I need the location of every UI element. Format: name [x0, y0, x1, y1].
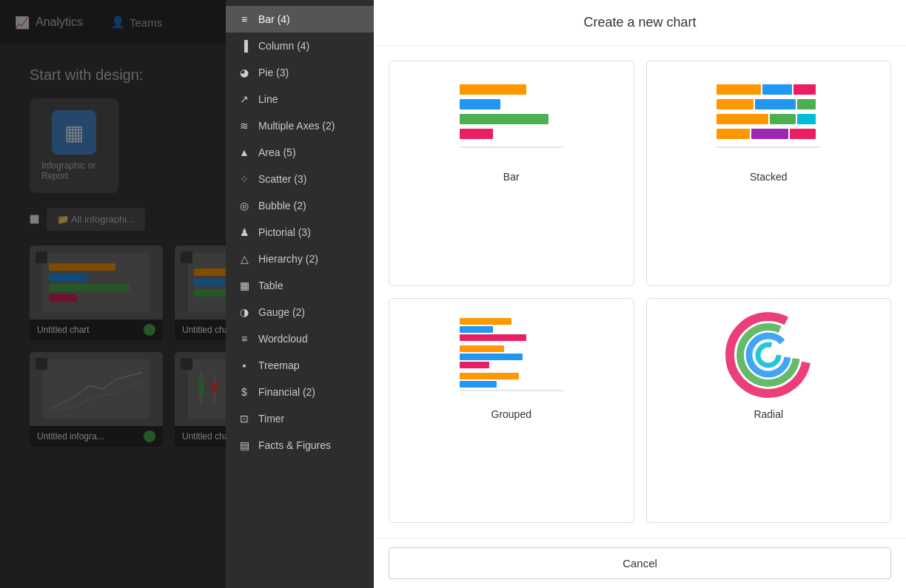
- sidebar-item-column[interactable]: ▐ Column (4): [226, 33, 374, 59]
- svg-rect-35: [717, 129, 750, 139]
- sidebar-label-gauge: Gauge (2): [258, 306, 305, 318]
- sidebar-item-line[interactable]: ↗ Line: [226, 86, 374, 112]
- svg-rect-41: [460, 334, 526, 341]
- svg-rect-32: [717, 114, 768, 124]
- chart-options-grid: Bar: [374, 46, 906, 538]
- pictorial-icon: ♟: [238, 226, 251, 238]
- sidebar-label-timer: Timer: [258, 413, 284, 425]
- sidebar-item-bar[interactable]: ≡ Bar (4): [226, 6, 374, 33]
- timer-icon: ⊡: [238, 413, 251, 425]
- hierarchy-icon: △: [238, 253, 251, 265]
- sidebar-item-pictorial[interactable]: ♟ Pictorial (3): [226, 219, 374, 246]
- sidebar-label-scatter: Scatter (3): [258, 173, 306, 185]
- modal-main: Create a new chart Bar: [374, 0, 906, 588]
- svg-rect-44: [460, 362, 489, 368]
- modal-footer: Cancel: [374, 538, 906, 588]
- modal-sidebar: ≡ Bar (4) ▐ Column (4) ◕ Pie (3) ↗ Line …: [226, 0, 374, 588]
- svg-rect-34: [797, 114, 816, 124]
- svg-point-52: [763, 350, 774, 360]
- bubble-icon: ◎: [238, 200, 251, 212]
- svg-rect-39: [460, 318, 511, 325]
- chart-option-grouped[interactable]: Grouped: [389, 298, 634, 524]
- column-icon: ▐: [238, 40, 251, 52]
- svg-rect-45: [460, 373, 519, 379]
- grouped-option-label: Grouped: [491, 408, 531, 420]
- sidebar-item-treemap[interactable]: ▪ Treemap: [226, 352, 374, 379]
- svg-rect-30: [755, 99, 796, 109]
- svg-rect-28: [793, 84, 816, 95]
- sidebar-label-pie: Pie (3): [258, 67, 289, 78]
- svg-rect-33: [770, 114, 796, 124]
- sidebar-item-bubble[interactable]: ◎ Bubble (2): [226, 192, 374, 219]
- sidebar-item-facts[interactable]: ▤ Facts & Figures: [226, 432, 374, 459]
- svg-rect-24: [460, 129, 493, 139]
- chart-option-stacked[interactable]: Stacked: [646, 61, 892, 286]
- svg-rect-37: [790, 129, 816, 139]
- svg-rect-29: [717, 99, 754, 109]
- modal-overlay: ≡ Bar (4) ▐ Column (4) ◕ Pie (3) ↗ Line …: [0, 0, 906, 588]
- bar-chart-preview: [452, 73, 571, 162]
- multiple-axes-icon: ≋: [238, 120, 251, 132]
- sidebar-label-facts: Facts & Figures: [258, 439, 331, 451]
- radial-option-label: Radial: [754, 408, 783, 420]
- bar-icon: ≡: [238, 13, 251, 25]
- wordcloud-icon: ≡: [238, 333, 251, 345]
- sidebar-label-table: Table: [258, 280, 283, 291]
- svg-rect-22: [460, 99, 500, 109]
- sidebar-item-gauge[interactable]: ◑ Gauge (2): [226, 299, 374, 325]
- svg-rect-26: [717, 84, 761, 95]
- svg-rect-31: [797, 99, 816, 109]
- sidebar-item-pie[interactable]: ◕ Pie (3): [226, 59, 374, 86]
- sidebar-label-wordcloud: Wordcloud: [258, 333, 308, 345]
- stacked-chart-preview: [709, 73, 828, 162]
- financial-icon: $: [238, 386, 251, 398]
- grouped-chart-preview: [452, 311, 571, 399]
- sidebar-item-area[interactable]: ▲ Area (5): [226, 139, 374, 166]
- svg-rect-27: [762, 84, 792, 95]
- svg-rect-42: [460, 345, 504, 352]
- sidebar-label-hierarchy: Hierarchy (2): [258, 253, 318, 265]
- sidebar-label-area: Area (5): [258, 146, 296, 158]
- svg-rect-21: [460, 84, 526, 95]
- sidebar-label-bar: Bar (4): [258, 13, 290, 25]
- sidebar-item-wordcloud[interactable]: ≡ Wordcloud: [226, 325, 374, 352]
- sidebar-item-multiple-axes[interactable]: ≋ Multiple Axes (2): [226, 112, 374, 139]
- gauge-icon: ◑: [238, 306, 251, 318]
- area-icon: ▲: [238, 146, 251, 158]
- treemap-icon: ▪: [238, 359, 251, 371]
- sidebar-label-treemap: Treemap: [258, 359, 300, 371]
- sidebar-label-financial: Financial (2): [258, 386, 315, 398]
- chart-option-radial[interactable]: Radial: [646, 298, 892, 524]
- sidebar-label-pictorial: Pictorial (3): [258, 226, 311, 238]
- svg-rect-46: [460, 381, 497, 388]
- sidebar-label-column: Column (4): [258, 40, 309, 52]
- scatter-icon: ⁘: [238, 173, 251, 185]
- modal-title: Create a new chart: [374, 0, 906, 46]
- stacked-option-label: Stacked: [750, 171, 788, 183]
- sidebar-item-hierarchy[interactable]: △ Hierarchy (2): [226, 246, 374, 272]
- modal: ≡ Bar (4) ▐ Column (4) ◕ Pie (3) ↗ Line …: [226, 0, 906, 588]
- svg-rect-36: [751, 129, 788, 139]
- sidebar-item-financial[interactable]: $ Financial (2): [226, 379, 374, 405]
- sidebar-item-scatter[interactable]: ⁘ Scatter (3): [226, 166, 374, 192]
- line-icon: ↗: [238, 93, 251, 105]
- bar-option-label: Bar: [503, 171, 520, 183]
- sidebar-item-timer[interactable]: ⊡ Timer: [226, 405, 374, 432]
- sidebar-label-bubble: Bubble (2): [258, 200, 306, 212]
- pie-icon: ◕: [238, 67, 251, 78]
- cancel-button[interactable]: Cancel: [389, 547, 891, 579]
- svg-rect-23: [460, 114, 548, 124]
- table-icon: ▦: [238, 280, 251, 291]
- facts-icon: ▤: [238, 439, 251, 451]
- svg-rect-43: [460, 354, 523, 360]
- sidebar-item-table[interactable]: ▦ Table: [226, 272, 374, 299]
- sidebar-label-multiple-axes: Multiple Axes (2): [258, 120, 335, 132]
- chart-option-bar[interactable]: Bar: [389, 61, 634, 286]
- radial-chart-preview: [709, 311, 828, 399]
- sidebar-label-line: Line: [258, 93, 278, 105]
- svg-rect-40: [460, 326, 493, 333]
